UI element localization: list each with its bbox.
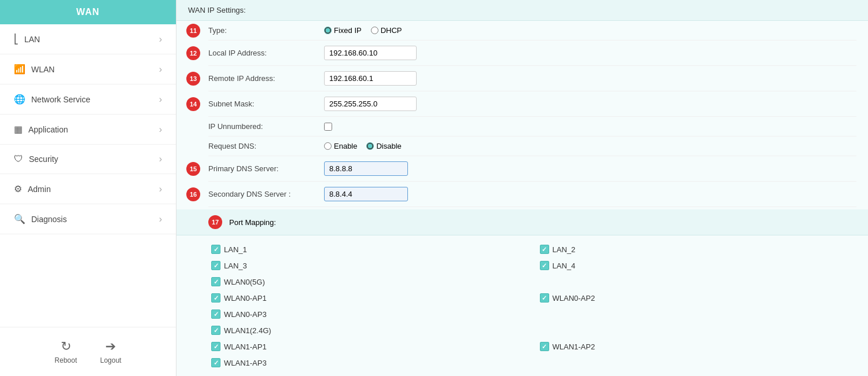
sidebar-item-network-service[interactable]: 🌐 Network Service ›	[0, 84, 176, 115]
local-ip-row: 12 Local IP Address:	[208, 40, 856, 66]
logout-button[interactable]: ➔ Logout	[100, 339, 122, 364]
step-12-badge: 12	[186, 46, 200, 60]
remote-ip-label: Remote IP Address:	[208, 74, 324, 83]
wlan0-ap2-label: WLAN0-AP2	[553, 294, 595, 303]
dhcp-radio[interactable]	[371, 27, 378, 34]
sidebar-item-label-diagnosis: Diagnosis	[31, 215, 67, 224]
remote-ip-row: 13 Remote IP Address:	[208, 66, 856, 91]
lan1-label: LAN_1	[224, 245, 247, 254]
wlan0ap2-checkbox[interactable]	[540, 293, 549, 303]
subnet-mask-label: Subnet Mask:	[208, 99, 324, 108]
port-row-7: WLAN1-AP1 WLAN1-AP2	[211, 338, 856, 355]
secondary-dns-value	[324, 187, 856, 201]
wan-ip-settings-label: WAN IP Settings:	[188, 6, 246, 14]
ip-unnumbered-row: IP Unnumbered:	[208, 117, 856, 137]
type-value: Fixed IP DHCP	[324, 26, 856, 35]
chevron-right-icon: ›	[159, 124, 162, 135]
dns-enable-label: Enable	[334, 142, 357, 150]
port-lan2: LAN_2	[540, 245, 857, 254]
lan1-checkbox[interactable]	[211, 245, 220, 254]
sidebar-item-label-lan: LAN	[24, 35, 40, 44]
sidebar-item-label-security: Security	[29, 154, 58, 164]
lan2-label: LAN_2	[553, 245, 576, 254]
local-ip-value	[324, 46, 856, 60]
sidebar-wan-title[interactable]: WAN	[0, 0, 176, 24]
dns-disable-option[interactable]: Disable	[366, 142, 401, 150]
wlan1-24g-label: WLAN1(2.4G)	[224, 326, 271, 335]
wlan0ap1-checkbox[interactable]	[211, 293, 220, 303]
dns-enable-option[interactable]: Enable	[324, 142, 357, 150]
wlan124g-checkbox[interactable]	[211, 326, 220, 335]
wlan1ap2-checkbox[interactable]	[540, 342, 549, 351]
sidebar-item-label-application: Application	[28, 125, 68, 134]
primary-dns-row: 15 Primary DNS Server:	[208, 156, 856, 182]
secondary-dns-row: 16 Secondary DNS Server :	[208, 182, 856, 207]
secondary-dns-label: Secondary DNS Server :	[208, 190, 324, 198]
sidebar-item-lan[interactable]: ⎣ LAN ›	[0, 24, 176, 54]
primary-dns-label: Primary DNS Server:	[208, 164, 324, 173]
step-16-badge: 16	[186, 187, 200, 201]
reboot-icon: ↻	[61, 339, 71, 354]
port-wlan1-ap2: WLAN1-AP2	[540, 342, 857, 351]
dns-disable-label: Disable	[376, 142, 401, 150]
request-dns-label: Request DNS:	[208, 142, 324, 150]
wlan0ap3-checkbox[interactable]	[211, 309, 220, 319]
ip-unnumbered-value	[324, 123, 856, 131]
sidebar-footer: ↻ Reboot ➔ Logout	[0, 327, 176, 376]
sidebar-item-label-admin: Admin	[28, 185, 51, 194]
wlan05g-checkbox[interactable]	[211, 277, 220, 286]
wlan1ap3-checkbox[interactable]	[211, 358, 220, 367]
port-empty-2	[540, 309, 857, 319]
port-wlan0-ap1: WLAN0-AP1	[211, 293, 528, 303]
sidebar-item-security[interactable]: 🛡 Security ›	[0, 145, 176, 174]
sidebar-item-admin[interactable]: ⚙ Admin ›	[0, 174, 176, 204]
type-row: 11 Type: Fixed IP DHCP	[208, 21, 856, 40]
secondary-dns-input[interactable]	[324, 187, 408, 201]
remote-ip-input[interactable]	[324, 71, 417, 86]
port-mapping-content: LAN_1 LAN_2 LAN_3 LAN_4 WLAN0(5G)	[176, 235, 868, 376]
ip-unnumbered-label: IP Unnumbered:	[208, 122, 324, 131]
sidebar-item-wlan[interactable]: 📶 WLAN ›	[0, 54, 176, 84]
fixed-ip-option[interactable]: Fixed IP	[324, 26, 362, 35]
local-ip-label: Local IP Address:	[208, 49, 324, 57]
network-icon: 🌐	[14, 94, 25, 105]
sidebar-item-diagnosis[interactable]: 🔍 Diagnosis ›	[0, 204, 176, 234]
wan-ip-settings-header: WAN IP Settings:	[176, 0, 868, 21]
request-dns-value: Enable Disable	[324, 142, 856, 150]
dhcp-label: DHCP	[381, 26, 402, 35]
primary-dns-input[interactable]	[324, 161, 408, 176]
wlan1ap1-checkbox[interactable]	[211, 342, 220, 351]
lan2-checkbox[interactable]	[540, 245, 549, 254]
fixed-ip-radio[interactable]	[324, 27, 332, 34]
gear-icon: ⚙	[14, 183, 22, 194]
dhcp-option[interactable]: DHCP	[371, 26, 402, 35]
step-15-badge: 15	[186, 162, 200, 176]
dns-disable-radio[interactable]	[366, 142, 374, 150]
port-wlan1-ap3: WLAN1-AP3	[211, 358, 528, 367]
wlan0-ap3-label: WLAN0-AP3	[224, 310, 267, 319]
port-lan3: LAN_3	[211, 261, 528, 270]
ip-unnumbered-checkbox[interactable]	[324, 123, 332, 131]
port-empty-1	[540, 277, 857, 286]
lan4-checkbox[interactable]	[540, 261, 549, 270]
port-wlan1-ap1: WLAN1-AP1	[211, 342, 528, 351]
port-row-3: WLAN0(5G)	[211, 274, 856, 290]
local-ip-input[interactable]	[324, 46, 417, 60]
sidebar: WAN ⎣ LAN › 📶 WLAN › 🌐 Network Service ›…	[0, 0, 176, 376]
wlan0-ap1-label: WLAN0-AP1	[224, 294, 267, 303]
dns-enable-radio[interactable]	[324, 142, 332, 150]
sidebar-item-application[interactable]: ▦ Application ›	[0, 115, 176, 145]
lan3-checkbox[interactable]	[211, 261, 220, 270]
wlan1-ap2-label: WLAN1-AP2	[553, 342, 595, 351]
reboot-button[interactable]: ↻ Reboot	[54, 339, 77, 364]
search-icon: 🔍	[14, 213, 25, 224]
port-row-8: WLAN1-AP3	[211, 355, 856, 371]
lan-icon: ⎣	[14, 34, 19, 45]
subnet-mask-input[interactable]	[324, 97, 417, 111]
step-13-badge: 13	[186, 72, 200, 86]
subnet-mask-row: 14 Subnet Mask:	[208, 91, 856, 117]
port-empty-3	[540, 326, 857, 335]
logout-label: Logout	[100, 356, 122, 364]
wlan05g-label: WLAN0(5G)	[224, 278, 265, 286]
port-empty-4	[540, 358, 857, 367]
